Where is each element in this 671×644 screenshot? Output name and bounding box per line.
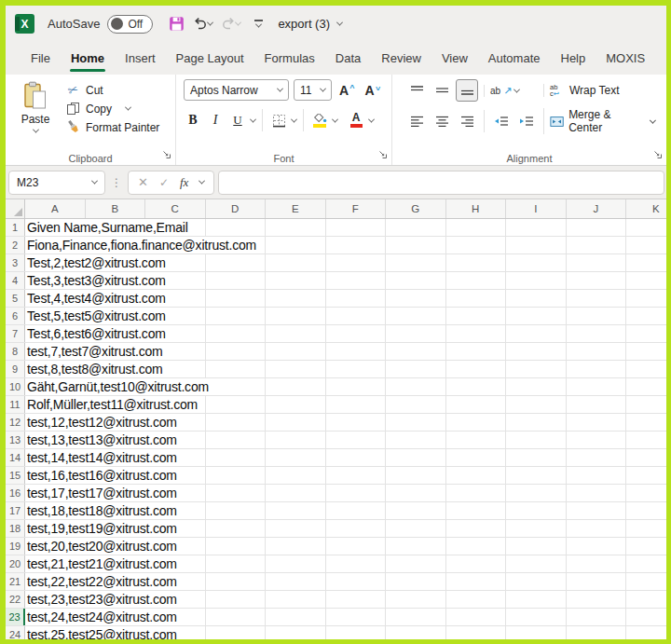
excel-app-icon[interactable]: X [15, 14, 34, 34]
cell-i15[interactable] [506, 467, 567, 484]
cell-i21[interactable] [506, 573, 567, 590]
cell-i12[interactable] [506, 414, 567, 431]
cell-k15[interactable] [626, 467, 666, 484]
cell-j10[interactable] [567, 378, 627, 395]
enter-icon[interactable]: ✓ [159, 176, 169, 189]
cell-k22[interactable] [626, 591, 666, 608]
cell-h15[interactable] [446, 467, 507, 484]
column-header-e[interactable]: E [266, 199, 326, 218]
cell-e17[interactable] [266, 502, 326, 519]
alignment-dialog-launcher[interactable] [653, 149, 663, 162]
row-header-15[interactable]: 15 [6, 467, 25, 484]
cell-j22[interactable] [567, 591, 627, 608]
cell-d3[interactable] [206, 254, 267, 271]
cell-d7[interactable] [206, 325, 267, 342]
cell-e2[interactable] [266, 237, 326, 253]
cell-j13[interactable] [567, 432, 627, 448]
cell-e16[interactable] [266, 485, 326, 501]
font-dialog-launcher[interactable] [378, 149, 388, 162]
cell-text-a21[interactable]: test,22,test22@xitrust.com [27, 573, 180, 590]
undo-button[interactable] [193, 17, 212, 31]
cell-k8[interactable] [626, 343, 666, 360]
row-header-12[interactable]: 12 [6, 414, 25, 431]
cell-text-a7[interactable]: Test,6,test6@xitrust.com [27, 325, 169, 342]
row-header-4[interactable]: 4 [6, 272, 25, 289]
paste-dropdown-icon[interactable] [32, 127, 38, 133]
cell-h6[interactable] [446, 308, 507, 324]
cell-text-a5[interactable]: Test,4,test4@xitrust.com [27, 290, 169, 307]
cell-text-a13[interactable]: test,13,test13@xitrust.com [27, 432, 180, 448]
decrease-font-size-button[interactable]: A^ [362, 83, 382, 98]
cell-d9[interactable] [206, 361, 267, 377]
cell-text-a18[interactable]: test,19,test19@xitrust.com [27, 520, 180, 537]
row-header-21[interactable]: 21 [6, 573, 25, 590]
cell-h17[interactable] [446, 502, 507, 519]
increase-indent-button[interactable] [515, 110, 538, 132]
increase-font-size-button[interactable]: A^ [336, 83, 357, 98]
middle-align-button[interactable] [431, 79, 453, 102]
cell-text-a10[interactable]: Gäht,Garnüt,test10@xitrust.com [27, 378, 212, 395]
column-header-d[interactable]: D [206, 199, 267, 218]
cell-h12[interactable] [446, 414, 507, 431]
align-right-button[interactable] [456, 110, 478, 132]
cell-k20[interactable] [626, 555, 666, 572]
bold-button[interactable]: B [184, 110, 202, 130]
tab-review[interactable]: Review [371, 42, 431, 75]
cell-f5[interactable] [326, 290, 387, 307]
cell-g3[interactable] [386, 254, 446, 271]
cell-text-a4[interactable]: Test,3,test3@xitrust.com [27, 272, 169, 289]
tab-moxis[interactable]: MOXIS [596, 42, 655, 75]
cell-j11[interactable] [567, 396, 627, 413]
cell-d18[interactable] [206, 520, 267, 537]
bottom-align-button[interactable] [456, 79, 478, 102]
cell-k17[interactable] [626, 502, 666, 519]
cell-text-a22[interactable]: test,23,test23@xitrust.com [27, 591, 180, 608]
tab-data[interactable]: Data [325, 42, 371, 75]
formula-bar-options-icon[interactable]: ⋮ [111, 176, 122, 189]
row-header-24[interactable]: 24 [6, 626, 25, 639]
tab-insert[interactable]: Insert [115, 42, 166, 75]
select-all-button[interactable] [6, 199, 25, 218]
cell-text-a24[interactable]: test,25,test25@xitrust.com [27, 626, 180, 639]
fill-color-dropdown-icon[interactable] [332, 116, 338, 122]
cell-j16[interactable] [567, 485, 627, 501]
cell-i22[interactable] [506, 591, 567, 608]
cell-d1[interactable] [206, 219, 267, 236]
insert-function-icon[interactable]: fx [180, 175, 188, 190]
row-header-10[interactable]: 10 [6, 378, 25, 395]
cell-text-a14[interactable]: test,14,test14@xitrust.com [27, 449, 180, 466]
cell-f20[interactable] [326, 555, 387, 572]
tab-automate[interactable]: Automate [478, 42, 551, 75]
cell-j12[interactable] [567, 414, 627, 431]
cell-k9[interactable] [626, 361, 666, 377]
cell-d14[interactable] [206, 449, 267, 466]
cell-j7[interactable] [567, 325, 627, 342]
cell-f1[interactable] [326, 219, 387, 236]
cell-k19[interactable] [626, 538, 666, 555]
cell-j14[interactable] [567, 449, 627, 466]
cell-i13[interactable] [506, 432, 567, 448]
cell-i10[interactable] [506, 378, 567, 395]
font-name-select[interactable]: Aptos Narrow [184, 79, 289, 101]
row-header-18[interactable]: 18 [6, 520, 25, 537]
cell-i14[interactable] [506, 449, 567, 466]
cell-g22[interactable] [386, 591, 446, 608]
cell-g5[interactable] [386, 290, 446, 307]
cell-g10[interactable] [386, 378, 446, 395]
top-align-button[interactable] [405, 79, 428, 102]
cell-k2[interactable] [626, 237, 666, 253]
cell-d16[interactable] [206, 485, 267, 501]
cell-h9[interactable] [446, 361, 507, 377]
cell-i16[interactable] [506, 485, 567, 501]
cell-d10[interactable] [206, 378, 267, 395]
cell-k5[interactable] [626, 290, 666, 307]
cell-i4[interactable] [506, 272, 567, 289]
cell-d12[interactable] [206, 414, 267, 431]
font-color-dropdown-icon[interactable] [368, 116, 375, 122]
cell-text-a19[interactable]: test,20,test20@xitrust.com [27, 538, 180, 555]
cell-f18[interactable] [326, 520, 387, 537]
cell-text-a17[interactable]: test,18,test18@xitrust.com [27, 502, 180, 519]
cell-text-a12[interactable]: test,12,test12@xitrust.com [27, 414, 180, 431]
cell-g19[interactable] [386, 538, 446, 555]
cell-g11[interactable] [386, 396, 446, 413]
